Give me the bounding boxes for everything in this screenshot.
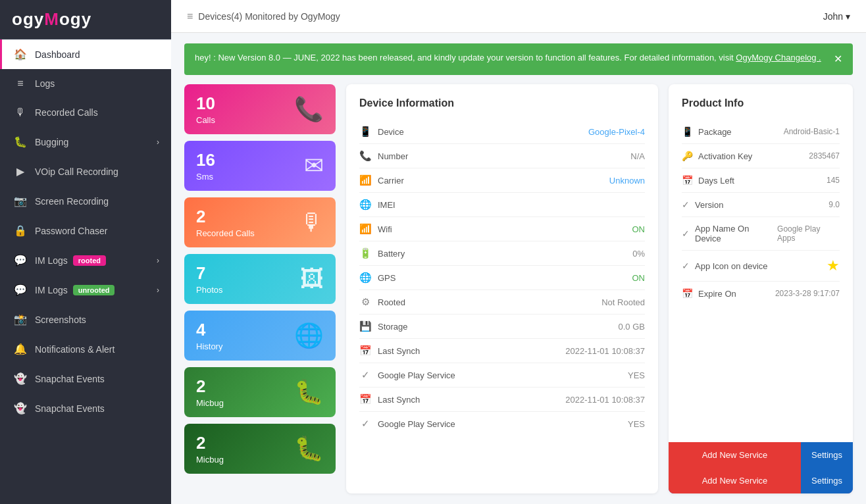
- info-label: Google Play Service: [378, 370, 455, 380]
- stat-card-micbug-5[interactable]: 2 Micbug 🐛: [184, 367, 336, 417]
- add-new-service-button[interactable]: Add New Service: [669, 442, 801, 468]
- product-value: Google Play Apps: [777, 224, 840, 243]
- info-value: YES: [628, 419, 645, 429]
- device-info-row-12: ✓ Google Play Service YES: [359, 412, 645, 436]
- stat-card-micbug-6[interactable]: 2 Micbug 🐛: [184, 424, 336, 474]
- stat-card-recorded-calls-2[interactable]: 2 Recorded Calls 🎙: [184, 197, 336, 247]
- sidebar-item-snapchat-events-2[interactable]: 👻 Snapchat Events: [0, 393, 171, 423]
- stat-label: Recorded Calls: [196, 228, 255, 238]
- device-info-row-5: 🔋 Battery 0%: [359, 241, 645, 266]
- sidebar-item-im-logs-unrooted[interactable]: 💬 IM Logs unrooted ›: [0, 275, 171, 305]
- sidebar: ogyMogy 🏠 Dashboard ≡ Logs 🎙 Recorded Ca…: [0, 0, 171, 504]
- device-info-panel: Device Information 📱 Device Google-Pixel…: [346, 84, 658, 493]
- stat-card-sms-1[interactable]: 16 Sms ✉: [184, 141, 336, 191]
- logo: ogyMogy: [0, 0, 171, 39]
- sidebar-label-logs: Logs: [35, 78, 55, 89]
- stat-card-left: 7 Photos: [196, 263, 222, 295]
- stat-number: 4: [196, 320, 222, 340]
- product-row-4: ✓ App Name On Device Google Play Apps: [682, 217, 840, 251]
- product-info-rows: 📱 Package Android-Basic-1 🔑 Activation K…: [682, 120, 840, 305]
- product-label: Package: [698, 127, 732, 137]
- sidebar-label-screenshots: Screenshots: [35, 315, 86, 325]
- info-row-icon: 📅: [359, 393, 371, 405]
- product-label: App Name On Device: [695, 224, 777, 243]
- sidebar-label-im-logs-unrooted: IM Logs: [35, 285, 68, 295]
- sidebar-icon-notifications: 🔔: [14, 343, 27, 355]
- info-row-icon: 📞: [359, 150, 371, 162]
- product-value: 145: [827, 176, 840, 185]
- stat-label: History: [196, 341, 222, 351]
- info-label: Wifi: [378, 224, 392, 234]
- sidebar-item-voip[interactable]: ▶ VOip Call Recording: [0, 157, 171, 186]
- star-icon: ★: [827, 257, 840, 274]
- stat-icon: 🐛: [294, 435, 324, 463]
- stat-card-left: 16 Sms: [196, 150, 215, 182]
- logo-text: ogyMogy: [12, 9, 91, 29]
- info-label: Google Play Service: [378, 419, 455, 429]
- sidebar-item-dashboard[interactable]: 🏠 Dashboard: [0, 39, 171, 69]
- info-value: 0%: [632, 249, 645, 259]
- stat-number: 2: [196, 376, 224, 397]
- info-value: 2022-11-01 10:08:37: [565, 346, 645, 356]
- product-row-5: ✓ App Icon on device ★: [682, 251, 840, 282]
- sidebar-item-im-logs-rooted[interactable]: 💬 IM Logs rooted ›: [0, 245, 171, 275]
- product-label: Activation Key: [698, 151, 752, 161]
- info-left: 📱 Device: [359, 126, 404, 138]
- sidebar-item-screen-recording[interactable]: 📷 Screen Recording: [0, 186, 171, 216]
- info-row-icon: ✓: [359, 418, 371, 430]
- info-value: 0.0 GB: [619, 322, 645, 332]
- sidebar-item-password-chaser[interactable]: 🔒 Password Chaser: [0, 216, 171, 245]
- menu-icon: ≡: [187, 11, 193, 22]
- product-row-icon: 📅: [682, 288, 693, 299]
- sidebar-icon-voip: ▶: [14, 165, 27, 178]
- product-row-0: 📱 Package Android-Basic-1: [682, 120, 840, 144]
- banner-message: hey! : New Version 8.0 — JUNE, 2022 has …: [195, 53, 734, 63]
- info-left: 💾 Storage: [359, 320, 408, 332]
- sidebar-item-snapchat-events-1[interactable]: 👻 Snapchat Events: [0, 364, 171, 393]
- stat-number: 2: [196, 207, 255, 227]
- product-value: 2835467: [809, 151, 840, 161]
- info-row-icon: 📅: [359, 345, 371, 357]
- sidebar-item-notifications[interactable]: 🔔 Notifications & Alert: [0, 334, 171, 364]
- arrow-icon: ›: [157, 256, 159, 265]
- product-left: 📅 Days Left: [682, 175, 734, 186]
- product-label: Days Left: [698, 176, 734, 186]
- stat-cards: 10 Calls 📞 16 Sms ✉ 2 Recorded Calls 🎙 7…: [184, 84, 336, 493]
- settings-button[interactable]: Settings: [801, 468, 853, 493]
- stat-card-history-4[interactable]: 4 History 🌐: [184, 311, 336, 361]
- stat-card-photos-3[interactable]: 7 Photos 🖼: [184, 254, 336, 304]
- sidebar-label-recorded-calls: Recorded Calls: [35, 107, 98, 118]
- stat-icon: 🖼: [300, 265, 324, 293]
- product-row-2: 📅 Days Left 145: [682, 168, 840, 193]
- sidebar-icon-screenshots: 📸: [14, 313, 27, 326]
- sidebar-item-bugging[interactable]: 🐛 Bugging ›: [0, 127, 171, 157]
- dashboard-grid: 10 Calls 📞 16 Sms ✉ 2 Recorded Calls 🎙 7…: [184, 84, 853, 493]
- settings-button[interactable]: Settings: [801, 442, 853, 468]
- sidebar-item-logs[interactable]: ≡ Logs: [0, 69, 171, 98]
- banner-link[interactable]: OgyMogy Changelog .: [736, 53, 821, 63]
- product-actions: Add New Service Settings Add New Service…: [669, 442, 853, 493]
- product-value: Android-Basic-1: [784, 127, 840, 136]
- device-info-row-4: 📶 Wifi ON: [359, 217, 645, 241]
- sidebar-icon-bugging: 🐛: [14, 136, 27, 148]
- close-icon[interactable]: ✕: [834, 51, 842, 67]
- device-info-row-6: 🌐 GPS ON: [359, 266, 645, 290]
- product-row-6: 📅 Expire On 2023-3-28 9:17:07: [682, 282, 840, 305]
- device-info-row-8: 💾 Storage 0.0 GB: [359, 315, 645, 339]
- product-info-panel: Product Info 📱 Package Android-Basic-1 🔑…: [669, 84, 853, 493]
- sidebar-item-recorded-calls[interactable]: 🎙 Recorded Calls: [0, 98, 171, 127]
- update-banner: hey! : New Version 8.0 — JUNE, 2022 has …: [184, 43, 853, 75]
- stat-number: 2: [196, 433, 224, 453]
- product-label: Expire On: [698, 289, 736, 299]
- stat-card-left: 2 Micbug: [196, 376, 224, 408]
- user-menu[interactable]: John ▾: [823, 11, 850, 22]
- devices-label: Devices(4) Monitored by OgyMogy: [198, 11, 340, 22]
- stat-card-calls-0[interactable]: 10 Calls 📞: [184, 84, 336, 134]
- device-info-row-1: 📞 Number N/A: [359, 144, 645, 168]
- product-info-title: Product Info: [682, 97, 840, 109]
- add-new-service-button[interactable]: Add New Service: [669, 468, 801, 493]
- sidebar-item-screenshots[interactable]: 📸 Screenshots: [0, 305, 171, 334]
- badge-rooted: rooted: [73, 255, 106, 266]
- stat-card-left: 4 History: [196, 320, 222, 351]
- info-label: Last Synch: [378, 346, 420, 356]
